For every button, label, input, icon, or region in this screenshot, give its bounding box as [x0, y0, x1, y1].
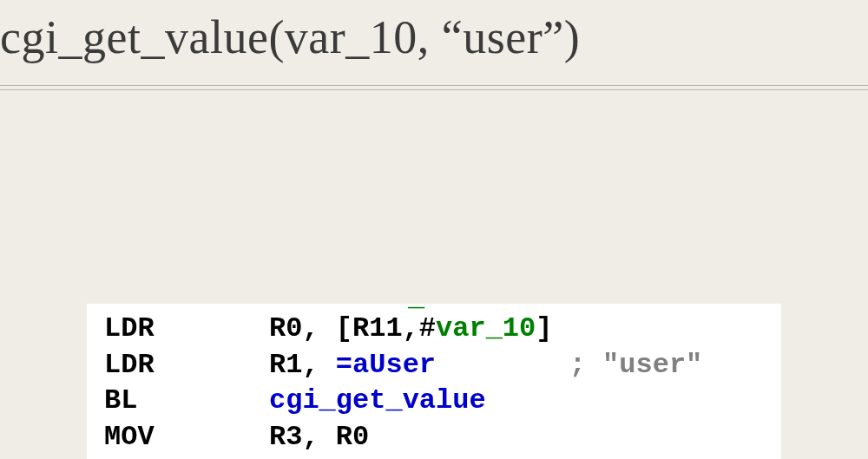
mnemonic: MOV	[104, 419, 269, 456]
asm-row-4: MOVR3, R0	[104, 419, 764, 456]
operand-text: R1,	[269, 349, 336, 381]
slide-title: cgi_get_value(var_10, “user”)	[0, 0, 868, 69]
asm-row-3: BLcgi_get_value	[104, 383, 764, 419]
disassembly-block: _ LDRR0, [R11,#var_10] LDRR1, =aUser ; "…	[87, 304, 781, 459]
operand-pad	[436, 349, 569, 381]
operand-symbol: =aUser	[336, 349, 436, 381]
asm-row-2: LDRR1, =aUser ; "user"	[104, 347, 764, 384]
mnemonic: LDR	[104, 311, 269, 347]
mnemonic: BL	[104, 383, 269, 419]
asm-row-1: LDRR0, [R11,#var_10]	[104, 311, 764, 347]
operand-text: R0, [R11,#	[269, 312, 436, 344]
operand-call: cgi_get_value	[269, 384, 486, 416]
operand-variable: var_10	[436, 312, 536, 344]
comment: ; "user"	[569, 349, 703, 381]
operand-text: R3, R0	[269, 421, 369, 453]
stray-artifact: _	[408, 285, 424, 312]
operand-text: ]	[536, 312, 552, 344]
title-divider	[0, 85, 868, 90]
mnemonic: LDR	[104, 347, 269, 384]
